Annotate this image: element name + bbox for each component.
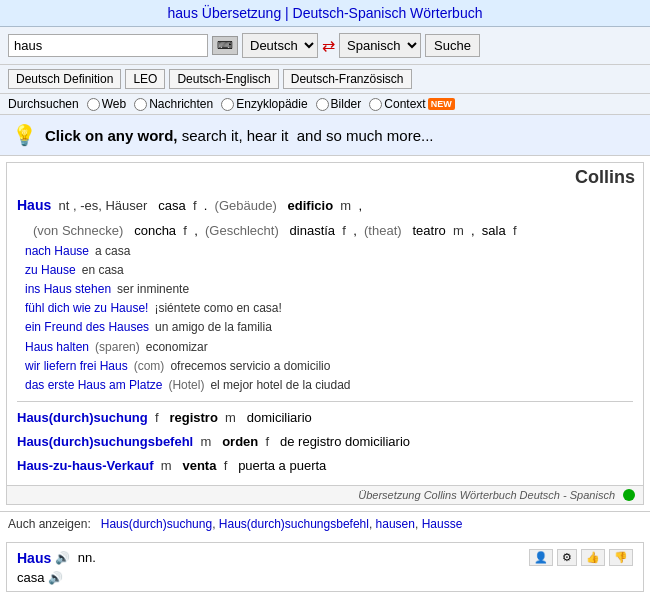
deutsch-franzoesisch-button[interactable]: Deutsch-Französisch xyxy=(283,69,412,89)
also-show-link-1[interactable]: Haus(durch)suchung xyxy=(101,517,212,531)
thumbs-up-btn[interactable]: 👍 xyxy=(581,549,605,566)
gear-icon-btn[interactable]: ⚙ xyxy=(557,549,577,566)
example-ins-haus: ins Haus stehen ser inminente xyxy=(25,280,633,299)
also-show-link-3[interactable]: hausen xyxy=(376,517,415,531)
sub-entries: Haus(durch)suchung f registro m domicili… xyxy=(17,408,633,476)
bottom-section: Haus 🔊 nn. 👤 ⚙ 👍 👎 casa 🔊 xyxy=(6,542,644,592)
translation-1[interactable]: casa xyxy=(158,198,185,213)
sub-entry-durchsuchung: Haus(durch)suchung f registro m domicili… xyxy=(17,408,633,429)
green-dot-icon xyxy=(623,489,635,501)
sub-entry-haus-zu-haus: Haus-zu-haus-Verkauf m venta f puerta a … xyxy=(17,456,633,477)
example-fuehl-dich: fühl dich wie zu Hause! ¡siéntete como e… xyxy=(25,299,633,318)
example-zu-hause: zu Hause en casa xyxy=(25,261,633,280)
sub-entry-durchsuchungsbefehl: Haus(durch)suchungsbefehl m orden f de r… xyxy=(17,432,633,453)
sub-line-1: (von Schnecke) concha f , (Geschlecht) d… xyxy=(33,221,633,242)
keyboard-icon[interactable]: ⌨ xyxy=(212,36,238,55)
bottom-title: Haus 🔊 nn. xyxy=(17,550,96,566)
bottom-speaker-icon[interactable]: 🔊 xyxy=(55,551,70,565)
examples-block: nach Hause a casa zu Hause en casa ins H… xyxy=(25,242,633,396)
radio-web[interactable]: Web xyxy=(87,97,126,111)
example-erste-haus: das erste Haus am Platze (Hotel) el mejo… xyxy=(25,376,633,395)
bulb-icon: 💡 xyxy=(12,123,37,147)
collins-footer-text: Übersetzung Collins Wörterbuch Deutsch -… xyxy=(358,489,615,501)
radio-context[interactable]: Context NEW xyxy=(369,97,454,111)
deutsch-englisch-button[interactable]: Deutsch-Englisch xyxy=(169,69,278,89)
example-freund: ein Freund des Hauses un amigo de la fam… xyxy=(25,318,633,337)
deutsch-definition-button[interactable]: Deutsch Definition xyxy=(8,69,121,89)
search-button[interactable]: Suche xyxy=(425,34,480,57)
dictionary-area: Collins Haus nt , -es, Häuser casa f . (… xyxy=(6,162,644,505)
page-title: haus Übersetzung | Deutsch-Spanisch Wört… xyxy=(168,5,483,21)
bottom-pos: nn. xyxy=(74,550,96,565)
bottom-header: Haus 🔊 nn. 👤 ⚙ 👍 👎 xyxy=(17,549,633,566)
also-show: Auch anzeigen: Haus(durch)suchung, Haus(… xyxy=(0,511,650,536)
bottom-icons: 👤 ⚙ 👍 👎 xyxy=(529,549,633,566)
collins-footer: Übersetzung Collins Wörterbuch Deutsch -… xyxy=(7,485,643,504)
bottom-trans: casa 🔊 xyxy=(17,570,633,585)
entry-divider xyxy=(17,401,633,402)
promo-banner: 💡 Click on any word, search it, hear it … xyxy=(0,115,650,156)
also-show-link-4[interactable]: Hausse xyxy=(422,517,463,531)
pos: nt , -es, Häuser xyxy=(55,198,147,213)
entry-content: Haus nt , -es, Häuser casa f . (Gebäude)… xyxy=(7,188,643,485)
also-show-link-2[interactable]: Haus(durch)suchungsbefehl xyxy=(219,517,369,531)
new-badge: NEW xyxy=(428,98,455,110)
browse-radio-row: Durchsuchen Web Nachrichten Enzyklopädie… xyxy=(0,94,650,115)
casa-speaker-icon[interactable]: 🔊 xyxy=(48,571,63,585)
lang-from-select[interactable]: Deutsch xyxy=(242,33,318,58)
search-input[interactable] xyxy=(8,34,208,57)
headword[interactable]: Haus xyxy=(17,197,51,213)
swap-button[interactable]: ⇄ xyxy=(322,36,335,55)
collins-brand: Collins xyxy=(7,163,643,188)
example-frei-haus: wir liefern frei Haus (com) ofrecemos se… xyxy=(25,357,633,376)
swap-icon: ⇄ xyxy=(322,37,335,54)
main-entry-line: Haus nt , -es, Häuser casa f . (Gebäude)… xyxy=(17,194,633,217)
leo-button[interactable]: LEO xyxy=(125,69,165,89)
dinastia-trans[interactable]: dinastía xyxy=(290,223,336,238)
page-header: haus Übersetzung | Deutsch-Spanisch Wört… xyxy=(0,0,650,27)
radio-nachrichten[interactable]: Nachrichten xyxy=(134,97,213,111)
thumbs-down-btn[interactable]: 👎 xyxy=(609,549,633,566)
collins-label: Collins xyxy=(575,167,635,187)
banner-text: Click on any word, search it, hear it an… xyxy=(45,127,433,144)
radio-enzyklopaedie[interactable]: Enzyklopädie xyxy=(221,97,307,111)
search-bar: ⌨ Deutsch ⇄ Spanisch Suche xyxy=(0,27,650,65)
teatro-trans[interactable]: teatro xyxy=(412,223,445,238)
bottom-translation[interactable]: casa xyxy=(17,570,44,585)
radio-bilder[interactable]: Bilder xyxy=(316,97,362,111)
also-show-label: Auch anzeigen: xyxy=(8,517,91,531)
sala-trans[interactable]: sala xyxy=(482,223,506,238)
durchsuchen-label: Durchsuchen xyxy=(8,97,79,111)
user-icon-btn[interactable]: 👤 xyxy=(529,549,553,566)
translation-2[interactable]: edificio xyxy=(288,198,334,213)
example-nach-hause: nach Hause a casa xyxy=(25,242,633,261)
dict-button-row: Deutsch Definition LEO Deutsch-Englisch … xyxy=(0,65,650,94)
lang-to-select[interactable]: Spanisch xyxy=(339,33,421,58)
example-haus-halten: Haus halten (sparen) economizar xyxy=(25,338,633,357)
bottom-headword[interactable]: Haus xyxy=(17,550,51,566)
concha-trans[interactable]: concha xyxy=(134,223,176,238)
